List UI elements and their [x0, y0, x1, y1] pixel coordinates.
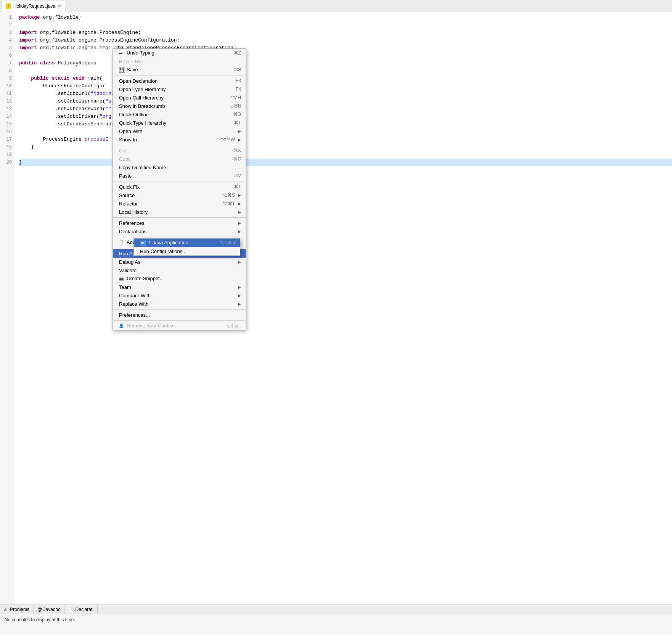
javadoc-label: @ Javadoc	[37, 607, 60, 612]
open-call-hierarchy-label: Open Call Hierarchy	[119, 95, 164, 101]
menu-item-declarations[interactable]: Declarations ▶	[113, 227, 246, 236]
bottom-panel: ⚠ Problems @ Javadoc 📄 Declarati No cons…	[0, 605, 672, 635]
menu-item-compare-with[interactable]: Compare With ▶	[113, 291, 246, 300]
separator-3	[113, 181, 246, 181]
menu-item-local-history[interactable]: Local History ▶	[113, 208, 246, 216]
paste-shortcut: ⌘V	[233, 173, 241, 178]
show-in-shortcut: ⌥⌘W	[221, 137, 235, 142]
menu-item-open-with[interactable]: Open With ▶	[113, 127, 246, 135]
menu-item-show-in[interactable]: Show In ⌥⌘W ▶	[113, 135, 246, 144]
code-line-3: import org.flowable.engine.ProcessEngine…	[19, 29, 672, 37]
preferences-label: Preferences...	[119, 312, 150, 318]
bottom-tab-problems[interactable]: ⚠ Problems	[0, 605, 34, 614]
validate-label: Validate	[119, 268, 137, 273]
open-type-hierarchy-label: Open Type Hierarchy	[119, 87, 166, 92]
menu-item-quick-type-hierarchy[interactable]: Quick Type Hierarchy ⌘T	[113, 119, 246, 127]
separator-2	[113, 145, 246, 145]
java-app-icon: ▶	[140, 241, 146, 246]
create-snippet-label: 📷Create Snippet...	[119, 276, 164, 282]
debug-as-label: Debug As	[119, 259, 140, 265]
save-shortcut: ⌘S	[233, 67, 241, 72]
separator-5	[113, 237, 246, 237]
refactor-shortcut: ⌥⌘T	[222, 201, 235, 206]
quick-type-hierarchy-label: Quick Type Hierarchy	[119, 120, 166, 126]
bottom-tab-javadoc[interactable]: @ Javadoc	[34, 605, 64, 614]
run-as-submenu: ▶1 Java Application ⌥⌘X J Run Configurat…	[133, 238, 240, 256]
code-line-1: package org.flowable;	[19, 14, 672, 21]
menu-item-cut: Cut ⌘X	[113, 146, 246, 155]
menu-item-refactor[interactable]: Refactor ⌥⌘T ▶	[113, 199, 246, 208]
code-line-4: import org.flowable.engine.ProcessEngine…	[19, 37, 672, 44]
menu-item-revert-file: Revert File	[113, 57, 246, 66]
menu-item-paste[interactable]: Paste ⌘V	[113, 172, 246, 180]
quick-outline-shortcut: ⌘O	[233, 112, 241, 117]
tab-close-button[interactable]: ✕	[58, 3, 61, 8]
open-declaration-shortcut: F3	[236, 78, 241, 83]
menu-item-save[interactable]: 💾Save ⌘S	[113, 66, 246, 74]
remove-from-context-label: 👤Remove from Context	[119, 323, 175, 329]
menu-item-copy-qualified-name[interactable]: Copy Qualified Name	[113, 163, 246, 172]
context-menu: ↩Undo Typing ⌘Z Revert File 💾Save ⌘S Ope…	[113, 48, 246, 330]
local-history-label: Local History	[119, 209, 148, 215]
bottom-tab-declarations[interactable]: 📄 Declarati	[64, 605, 98, 614]
menu-item-debug-as[interactable]: Debug As ▶	[113, 258, 246, 266]
editor-container: J HolidayRequest.java ✕ 1 2 3 4 5 6 7 8 …	[0, 0, 672, 635]
menu-item-open-declaration[interactable]: Open Declaration F3	[113, 77, 246, 85]
source-label: Source	[119, 192, 135, 198]
references-label: References	[119, 220, 144, 226]
create-snippet-icon: 📷	[119, 276, 125, 282]
menu-item-open-type-hierarchy[interactable]: Open Type Hierarchy F4	[113, 85, 246, 93]
copy-label: Copy	[119, 156, 130, 162]
java-application-shortcut: ⌥⌘X J	[219, 240, 235, 245]
save-label: 💾Save	[119, 67, 138, 73]
line-numbers: 1 2 3 4 5 6 7 8 9 10 11 12 13 14 15 16 1…	[0, 11, 15, 635]
menu-item-undo-typing[interactable]: ↩Undo Typing ⌘Z	[113, 49, 246, 57]
revert-file-label: Revert File	[119, 59, 143, 64]
declarations-tab-label: Declarati	[76, 607, 93, 612]
open-declaration-label: Open Declaration	[119, 78, 158, 84]
menu-item-references[interactable]: References ▶	[113, 219, 246, 227]
problems-icon: ⚠	[4, 607, 8, 612]
remove-from-context-shortcut: ⌥⇧⌘↓	[225, 323, 241, 329]
quick-fix-label: Quick Fix	[119, 184, 140, 190]
show-in-breadcrumb-shortcut: ⌥⌘B	[228, 103, 241, 109]
refactor-label: Refactor	[119, 201, 138, 207]
java-file-icon: J	[6, 3, 11, 9]
menu-item-source[interactable]: Source ⌥⌘S ▶	[113, 191, 246, 199]
quick-type-hierarchy-shortcut: ⌘T	[234, 120, 241, 125]
save-icon: 💾	[119, 67, 125, 73]
separator-8	[113, 320, 246, 321]
copy-qualified-name-label: Copy Qualified Name	[119, 165, 166, 170]
bottom-tabs: ⚠ Problems @ Javadoc 📄 Declarati	[0, 605, 672, 614]
run-configurations-label: Run Configurations...	[140, 249, 186, 254]
snippets-icon: 📋	[119, 240, 125, 245]
menu-item-team[interactable]: Team ▶	[113, 283, 246, 291]
menu-item-show-in-breadcrumb[interactable]: Show in Breadcrumb ⌥⌘B	[113, 102, 246, 110]
source-arrow-icon: ▶	[238, 193, 241, 197]
menu-item-remove-from-context: 👤Remove from Context ⌥⇧⌘↓	[113, 322, 246, 330]
show-in-breadcrumb-label: Show in Breadcrumb	[119, 103, 165, 109]
open-type-hierarchy-shortcut: F4	[236, 87, 241, 92]
java-application-label: ▶1 Java Application	[140, 240, 188, 246]
open-call-hierarchy-shortcut: ^⌥H	[230, 95, 241, 100]
show-in-label: Show In	[119, 137, 137, 143]
menu-item-quick-outline[interactable]: Quick Outline ⌘O	[113, 110, 246, 119]
replace-with-arrow-icon: ▶	[238, 302, 241, 306]
menu-item-preferences[interactable]: Preferences...	[113, 311, 246, 319]
file-tab[interactable]: J HolidayRequest.java ✕	[2, 1, 65, 11]
submenu-item-java-application[interactable]: ▶1 Java Application ⌥⌘X J	[134, 239, 240, 247]
submenu-item-run-configurations[interactable]: Run Configurations...	[134, 247, 240, 255]
cut-shortcut: ⌘X	[233, 148, 241, 153]
no-consoles-message: No consoles to display at this time.	[5, 617, 75, 622]
menu-item-validate[interactable]: Validate	[113, 266, 246, 274]
menu-item-replace-with[interactable]: Replace With ▶	[113, 300, 246, 308]
references-arrow-icon: ▶	[238, 221, 241, 225]
open-with-label: Open With	[119, 128, 142, 134]
cut-label: Cut	[119, 148, 127, 154]
undo-icon: ↩	[119, 51, 125, 56]
source-shortcut: ⌥⌘S	[222, 192, 235, 198]
code-line-2	[19, 21, 672, 29]
menu-item-create-snippet[interactable]: 📷Create Snippet...	[113, 274, 246, 283]
menu-item-quick-fix[interactable]: Quick Fix ⌘1	[113, 183, 246, 191]
menu-item-open-call-hierarchy[interactable]: Open Call Hierarchy ^⌥H	[113, 93, 246, 102]
